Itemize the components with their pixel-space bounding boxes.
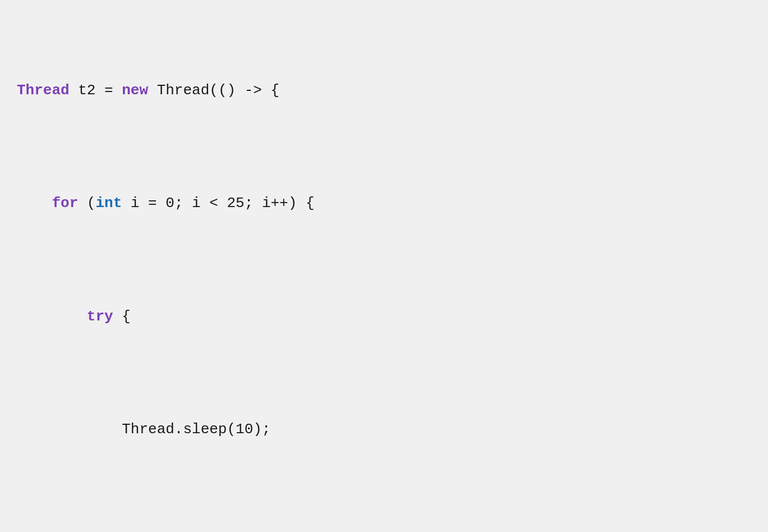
sleep-line: Thread.sleep(10); [17, 421, 270, 438]
keyword-thread: Thread [17, 82, 70, 99]
keyword-int: int [95, 195, 122, 212]
code-line-2: for (int i = 0; i < 25; i++) { [17, 192, 751, 214]
code-text-1b: t2 = [70, 82, 122, 99]
code-text-3b: { [113, 308, 131, 325]
code-line-4: Thread.sleep(10); [17, 418, 751, 441]
code-text-2b: ( [78, 195, 95, 212]
indent-3 [17, 308, 87, 325]
code-text-2c: i = 0; i < 25; i++) { [122, 195, 314, 212]
indent-2 [17, 195, 52, 212]
code-display: Thread t2 = new Thread(() -> { for (int … [17, 11, 751, 532]
keyword-new: new [122, 82, 148, 99]
keyword-try: try [87, 308, 113, 325]
code-text-1c: Thread(() -> { [148, 82, 279, 99]
keyword-for: for [52, 195, 78, 212]
code-line-3: try { [17, 305, 751, 328]
code-line-1: Thread t2 = new Thread(() -> { [17, 79, 751, 102]
